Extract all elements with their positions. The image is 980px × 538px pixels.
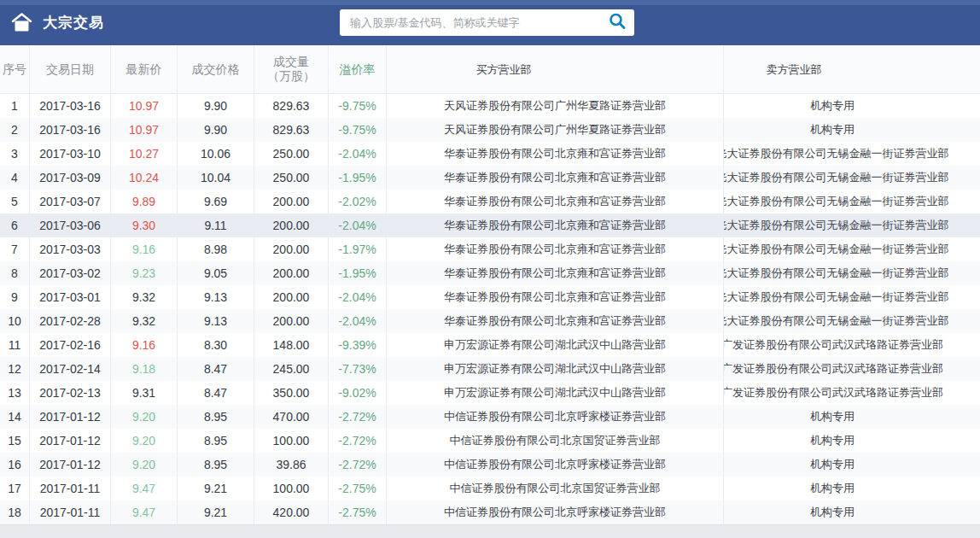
- cell-price: 9.13: [178, 285, 254, 309]
- cell-date: 2017-01-11: [30, 477, 111, 500]
- cell-seller: 光大证券股份有限公司无锡金融一街证券营业部: [724, 213, 980, 237]
- search-input[interactable]: [340, 9, 600, 36]
- cell-volume: 250.00: [254, 166, 329, 190]
- cell-seller: 光大证券股份有限公司无锡金融一街证券营业部: [724, 237, 980, 261]
- cell-buyer: 中信证券股份有限公司北京呼家楼证券营业部: [387, 453, 724, 477]
- cell-buyer: 华泰证券股份有限公司北京雍和宫证券营业部: [387, 142, 724, 166]
- table-row[interactable]: 162017-01-129.208.9539.86-2.72%中信证券股份有限公…: [0, 453, 980, 477]
- cell-buyer: 中信证券股份有限公司北京国贸证券营业部: [387, 477, 724, 500]
- cell-premium: -2.02%: [329, 190, 387, 213]
- cell-seller: 机构专用: [724, 477, 980, 500]
- cell-volume: 148.00: [254, 333, 329, 357]
- table-row[interactable]: 142017-01-129.208.95470.00-2.72%中信证券股份有限…: [0, 405, 980, 429]
- cell-latest: 10.97: [111, 118, 178, 142]
- column-header-buyer: 买方营业部: [387, 45, 724, 93]
- cell-premium: -2.75%: [329, 500, 387, 524]
- table-row[interactable]: 92017-03-019.329.13200.00-2.04%华泰证券股份有限公…: [0, 285, 980, 309]
- cell-buyer: 申万宏源证券有限公司湖北武汉中山路营业部: [387, 357, 724, 381]
- cell-date: 2017-03-07: [30, 190, 111, 213]
- cell-date: 2017-01-12: [30, 453, 111, 477]
- cell-date: 2017-03-10: [30, 142, 111, 166]
- cell-seller: 机构专用: [724, 429, 980, 453]
- cell-price: 8.95: [178, 453, 254, 477]
- cell-buyer: 华泰证券股份有限公司北京雍和宫证券营业部: [387, 213, 724, 237]
- cell-latest: 9.16: [111, 237, 178, 261]
- cell-buyer: 华泰证券股份有限公司北京雍和宫证券营业部: [387, 237, 724, 261]
- cell-no: 15: [0, 429, 30, 453]
- search-button[interactable]: [600, 9, 634, 36]
- table-row[interactable]: 12017-03-1610.979.90829.63-9.75%天风证券股份有限…: [0, 94, 980, 118]
- table-row[interactable]: 172017-01-119.479.21100.00-2.75%中信证券股份有限…: [0, 477, 980, 500]
- cell-volume: 420.00: [254, 500, 329, 524]
- cell-price: 9.13: [178, 309, 254, 333]
- column-header-seller: 卖方营业部: [724, 45, 980, 93]
- table-row[interactable]: 72017-03-039.168.98200.00-1.97%华泰证券股份有限公…: [0, 237, 980, 261]
- cell-seller: 机构专用: [724, 405, 980, 429]
- table-row[interactable]: 122017-02-149.188.47245.00-7.73%申万宏源证券有限…: [0, 357, 980, 381]
- column-header-volume: 成交量 （万股）: [254, 45, 329, 93]
- cell-no: 4: [0, 166, 30, 190]
- cell-seller: 光大证券股份有限公司无锡金融一街证券营业部: [724, 166, 980, 190]
- cell-no: 2: [0, 118, 30, 142]
- cell-date: 2017-01-11: [30, 500, 111, 524]
- cell-latest: 9.16: [111, 333, 178, 357]
- table-row[interactable]: 82017-03-029.239.05200.00-1.95%华泰证券股份有限公…: [0, 261, 980, 285]
- table-row[interactable]: 152017-01-129.208.95100.00-2.72%中信证券股份有限…: [0, 429, 980, 453]
- cell-date: 2017-01-12: [30, 405, 111, 429]
- table-row[interactable]: 132017-02-139.318.47350.00-9.02%申万宏源证券有限…: [0, 381, 980, 405]
- cell-date: 2017-01-12: [30, 429, 111, 453]
- cell-no: 7: [0, 237, 30, 261]
- block-trade-page: 大宗交易 序号交易日期最新价成交价格成交量 （万股）溢价率买方营业部卖方营业部 …: [0, 0, 980, 538]
- cell-premium: -9.75%: [329, 118, 387, 142]
- cell-no: 3: [0, 142, 30, 166]
- cell-no: 14: [0, 405, 30, 429]
- cell-premium: -2.04%: [329, 142, 387, 166]
- cell-premium: -1.95%: [329, 166, 387, 190]
- cell-latest: 9.32: [111, 285, 178, 309]
- cell-no: 10: [0, 309, 30, 333]
- cell-premium: -2.72%: [329, 429, 387, 453]
- cell-volume: 100.00: [254, 429, 329, 453]
- table-row[interactable]: 112017-02-169.168.30148.00-9.39%申万宏源证券有限…: [0, 333, 980, 357]
- page-title: 大宗交易: [43, 13, 104, 32]
- table-header-row: 序号交易日期最新价成交价格成交量 （万股）溢价率买方营业部卖方营业部: [0, 45, 980, 94]
- column-header-price: 成交价格: [178, 45, 254, 93]
- cell-latest: 10.27: [111, 142, 178, 166]
- cell-no: 8: [0, 261, 30, 285]
- cell-seller: 广发证券股份有限公司武汉武珞路证券营业部: [724, 381, 980, 405]
- cell-seller: 机构专用: [724, 94, 980, 118]
- home-icon[interactable]: [9, 10, 34, 36]
- cell-price: 9.90: [178, 118, 254, 142]
- cell-volume: 250.00: [254, 142, 329, 166]
- cell-volume: 200.00: [254, 285, 329, 309]
- cell-seller: 机构专用: [724, 500, 980, 524]
- table-row[interactable]: 22017-03-1610.979.90829.63-9.75%天风证券股份有限…: [0, 118, 980, 142]
- cell-date: 2017-03-09: [30, 166, 111, 190]
- cell-latest: 9.23: [111, 261, 178, 285]
- table-row[interactable]: 62017-03-069.309.11200.00-2.04%华泰证券股份有限公…: [0, 213, 980, 237]
- table-row[interactable]: 42017-03-0910.2410.04250.00-1.95%华泰证券股份有…: [0, 166, 980, 190]
- cell-premium: -2.04%: [329, 213, 387, 237]
- cell-price: 8.47: [178, 381, 254, 405]
- cell-price: 9.21: [178, 477, 254, 500]
- cell-seller: 光大证券股份有限公司无锡金融一街证券营业部: [724, 285, 980, 309]
- cell-buyer: 华泰证券股份有限公司北京雍和宫证券营业部: [387, 285, 724, 309]
- cell-buyer: 中信证券股份有限公司北京呼家楼证券营业部: [387, 500, 724, 524]
- cell-date: 2017-02-14: [30, 357, 111, 381]
- cell-price: 8.95: [178, 405, 254, 429]
- cell-volume: 470.00: [254, 405, 329, 429]
- table-row[interactable]: 52017-03-079.899.69200.00-2.02%华泰证券股份有限公…: [0, 190, 980, 213]
- cell-premium: -9.39%: [329, 333, 387, 357]
- cell-no: 12: [0, 357, 30, 381]
- cell-premium: -9.75%: [329, 94, 387, 118]
- table-row[interactable]: 182017-01-119.479.21420.00-2.75%中信证券股份有限…: [0, 500, 980, 524]
- cell-volume: 829.63: [254, 118, 329, 142]
- cell-buyer: 中信证券股份有限公司北京国贸证券营业部: [387, 429, 724, 453]
- cell-seller: 机构专用: [724, 453, 980, 477]
- cell-date: 2017-02-13: [30, 381, 111, 405]
- table-row[interactable]: 102017-02-289.329.13200.00-2.04%华泰证券股份有限…: [0, 309, 980, 333]
- cell-no: 6: [0, 213, 30, 237]
- cell-premium: -2.75%: [329, 477, 387, 500]
- cell-no: 1: [0, 94, 30, 118]
- table-row[interactable]: 32017-03-1010.2710.06250.00-2.04%华泰证券股份有…: [0, 142, 980, 166]
